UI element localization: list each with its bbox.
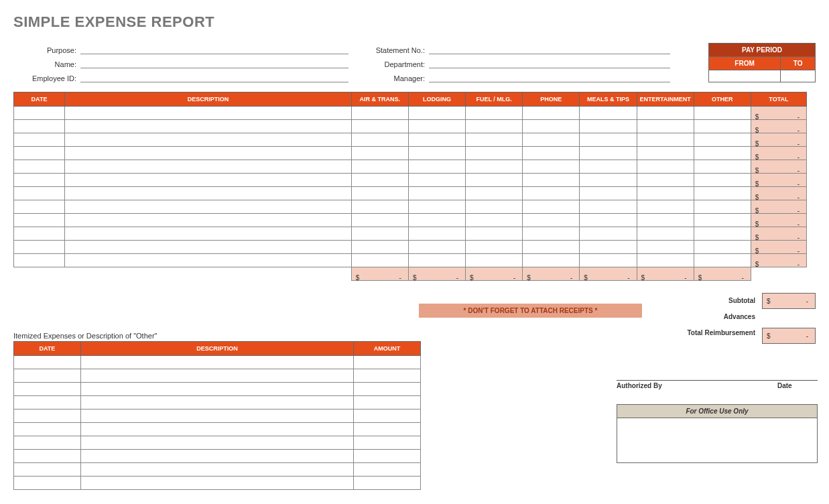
cell[interactable] <box>408 214 465 227</box>
cell[interactable] <box>14 107 65 120</box>
cell[interactable] <box>466 214 523 227</box>
cell[interactable] <box>351 254 408 267</box>
cell[interactable] <box>694 227 751 241</box>
cell[interactable] <box>523 227 580 241</box>
cell[interactable] <box>80 477 353 490</box>
cell[interactable] <box>351 107 408 120</box>
cell[interactable] <box>65 200 352 214</box>
cell[interactable] <box>694 214 751 227</box>
cell[interactable] <box>351 147 408 160</box>
cell[interactable] <box>408 187 465 200</box>
cell[interactable] <box>80 356 353 369</box>
cell[interactable] <box>354 383 421 396</box>
cell[interactable] <box>14 410 81 423</box>
cell[interactable] <box>523 187 580 200</box>
cell[interactable] <box>351 133 408 147</box>
cell[interactable] <box>408 254 465 267</box>
cell[interactable] <box>354 369 421 383</box>
cell[interactable] <box>408 174 465 187</box>
input-statement-no[interactable] <box>429 44 670 54</box>
pay-period-from[interactable] <box>709 70 781 82</box>
cell[interactable] <box>580 160 637 174</box>
cell[interactable] <box>466 241 523 254</box>
cell[interactable] <box>351 241 408 254</box>
cell[interactable] <box>637 133 694 147</box>
cell[interactable] <box>354 423 421 436</box>
cell[interactable] <box>351 120 408 133</box>
cell[interactable] <box>694 120 751 133</box>
cell[interactable] <box>408 133 465 147</box>
cell[interactable] <box>466 187 523 200</box>
cell[interactable] <box>14 383 81 396</box>
cell[interactable] <box>580 147 637 160</box>
cell[interactable] <box>65 214 352 227</box>
input-purpose[interactable] <box>80 44 348 54</box>
cell[interactable] <box>80 436 353 450</box>
cell[interactable] <box>408 160 465 174</box>
cell[interactable] <box>80 369 353 383</box>
cell[interactable] <box>354 436 421 450</box>
cell[interactable] <box>580 227 637 241</box>
cell[interactable] <box>14 254 65 267</box>
cell[interactable] <box>694 200 751 214</box>
cell[interactable] <box>580 241 637 254</box>
cell[interactable] <box>694 147 751 160</box>
cell[interactable] <box>637 107 694 120</box>
cell[interactable] <box>14 214 65 227</box>
advances-value[interactable] <box>762 310 816 326</box>
cell[interactable] <box>351 227 408 241</box>
cell[interactable] <box>466 174 523 187</box>
cell[interactable] <box>466 147 523 160</box>
cell[interactable] <box>466 120 523 133</box>
cell[interactable] <box>523 241 580 254</box>
cell[interactable] <box>354 410 421 423</box>
cell[interactable] <box>408 227 465 241</box>
cell[interactable] <box>14 227 65 241</box>
cell[interactable] <box>14 174 65 187</box>
cell[interactable] <box>351 187 408 200</box>
cell[interactable] <box>14 133 65 147</box>
cell[interactable] <box>65 120 352 133</box>
cell[interactable] <box>14 200 65 214</box>
cell[interactable] <box>65 241 352 254</box>
cell[interactable] <box>523 174 580 187</box>
cell[interactable] <box>65 227 352 241</box>
cell[interactable] <box>637 174 694 187</box>
cell[interactable] <box>637 120 694 133</box>
cell[interactable] <box>637 200 694 214</box>
cell[interactable] <box>523 200 580 214</box>
cell[interactable] <box>523 107 580 120</box>
cell[interactable] <box>637 227 694 241</box>
cell[interactable] <box>351 214 408 227</box>
cell[interactable] <box>694 254 751 267</box>
cell[interactable] <box>65 254 352 267</box>
cell[interactable] <box>523 147 580 160</box>
office-use-body[interactable] <box>617 418 817 462</box>
cell[interactable] <box>694 241 751 254</box>
cell[interactable] <box>14 147 65 160</box>
cell[interactable] <box>14 450 81 463</box>
input-manager[interactable] <box>429 72 670 82</box>
cell[interactable] <box>351 174 408 187</box>
cell[interactable] <box>65 133 352 147</box>
cell[interactable] <box>14 423 81 436</box>
cell[interactable] <box>14 187 65 200</box>
cell[interactable] <box>65 174 352 187</box>
cell[interactable] <box>354 463 421 477</box>
cell[interactable] <box>408 241 465 254</box>
cell[interactable] <box>580 133 637 147</box>
cell[interactable] <box>65 187 352 200</box>
cell[interactable] <box>694 160 751 174</box>
cell[interactable] <box>408 120 465 133</box>
cell[interactable] <box>14 436 81 450</box>
cell[interactable] <box>466 200 523 214</box>
cell[interactable] <box>354 450 421 463</box>
cell[interactable] <box>580 174 637 187</box>
cell[interactable] <box>637 241 694 254</box>
cell[interactable] <box>637 214 694 227</box>
cell[interactable] <box>694 174 751 187</box>
pay-period-to[interactable] <box>781 70 816 82</box>
cell[interactable] <box>637 254 694 267</box>
cell[interactable] <box>523 254 580 267</box>
cell[interactable] <box>466 227 523 241</box>
